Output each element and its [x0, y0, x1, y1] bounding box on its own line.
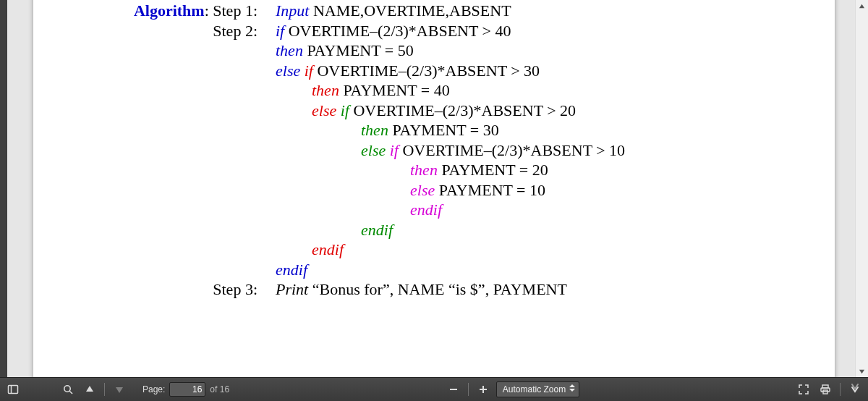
zoom-select[interactable]: Automatic Zoom — [496, 381, 579, 397]
toolbar: Page: of 16 Automatic Zoom — [0, 377, 868, 401]
input-vars: NAME,OVERTIME,ABSENT — [309, 1, 511, 20]
print-button[interactable] — [817, 381, 834, 398]
line-then50: . then PAYMENT = 50 — [33, 41, 835, 61]
document-page: Algorithm: Step 1: Input NAME,OVERTIME,A… — [33, 0, 835, 378]
cond40: OVERTIME–(2/3)*ABSENT > 40 — [284, 22, 511, 40]
algorithm-content: Algorithm: Step 1: Input NAME,OVERTIME,A… — [33, 1, 835, 300]
svg-rect-0 — [9, 386, 18, 394]
scroll-up-arrow[interactable] — [856, 0, 868, 12]
svg-point-2 — [64, 386, 70, 392]
zoom-in-button[interactable] — [475, 381, 492, 398]
step1-label: Algorithm: Step 1: — [33, 1, 276, 21]
pdf-viewer: Algorithm: Step 1: Input NAME,OVERTIME,A… — [0, 0, 868, 401]
presentation-button[interactable] — [795, 381, 812, 398]
line-step2-if40: Step 2: if OVERTIME–(2/3)*ABSENT > 40 — [33, 21, 835, 41]
line-endif-magenta: . endif — [33, 200, 835, 220]
find-button[interactable] — [59, 381, 77, 398]
prev-page-button[interactable] — [81, 381, 98, 398]
line-endif-green: . endif — [33, 220, 835, 240]
separator — [840, 383, 841, 396]
line-endif-blue: . endif — [33, 260, 835, 280]
line-else10: . else PAYMENT = 10 — [33, 180, 835, 200]
vertical-scrollbar[interactable] — [855, 0, 868, 378]
tools-menu-button[interactable] — [846, 381, 864, 398]
page-total: of 16 — [210, 384, 229, 394]
separator — [468, 383, 469, 396]
line-then40: . then PAYMENT = 40 — [33, 80, 835, 101]
sidebar-toggle-button[interactable] — [4, 381, 22, 398]
line-step3: Step 3: Print “Bonus for”, NAME “is $”, … — [33, 279, 835, 300]
scroll-track[interactable] — [856, 12, 868, 366]
line-then20: . then PAYMENT = 20 — [33, 160, 835, 180]
step3-label: Step 3: — [33, 279, 276, 300]
page-area: Algorithm: Step 1: Input NAME,OVERTIME,A… — [7, 0, 861, 378]
line-else-if10: . else if OVERTIME–(2/3)*ABSENT > 10 — [33, 140, 835, 161]
page-label: Page: — [142, 384, 165, 394]
page-number-input[interactable] — [169, 382, 205, 397]
zoom-select-label: Automatic Zoom — [503, 384, 566, 394]
next-page-button[interactable] — [111, 381, 128, 398]
step2-label: Step 2: — [33, 21, 276, 41]
scroll-down-arrow[interactable] — [856, 366, 868, 378]
separator — [104, 383, 105, 396]
line-step1: Algorithm: Step 1: Input NAME,OVERTIME,A… — [33, 1, 835, 21]
kw-if: if — [276, 22, 284, 40]
line-else-if20: . else if OVERTIME–(2/3)*ABSENT > 20 — [33, 101, 835, 121]
zoom-out-button[interactable] — [445, 381, 462, 398]
line-else-if30: . else if OVERTIME–(2/3)*ABSENT > 30 — [33, 61, 835, 81]
svg-line-3 — [69, 391, 72, 394]
kw-input: Input — [276, 1, 309, 20]
line-then30: . then PAYMENT = 30 — [33, 120, 835, 140]
line-endif-red: . endif — [33, 240, 835, 260]
